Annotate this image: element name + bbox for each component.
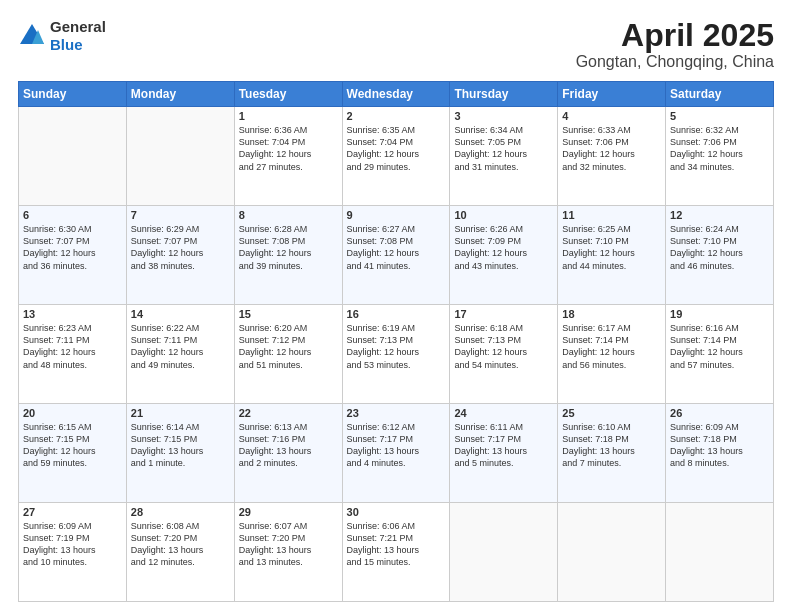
calendar-cell (450, 503, 558, 602)
calendar-cell: 16Sunrise: 6:19 AM Sunset: 7:13 PM Dayli… (342, 305, 450, 404)
day-content: Sunrise: 6:26 AM Sunset: 7:09 PM Dayligh… (454, 223, 553, 272)
day-content: Sunrise: 6:20 AM Sunset: 7:12 PM Dayligh… (239, 322, 338, 371)
calendar-cell: 12Sunrise: 6:24 AM Sunset: 7:10 PM Dayli… (666, 206, 774, 305)
calendar-cell: 18Sunrise: 6:17 AM Sunset: 7:14 PM Dayli… (558, 305, 666, 404)
day-number: 7 (131, 209, 230, 221)
day-number: 23 (347, 407, 446, 419)
calendar-week-row: 6Sunrise: 6:30 AM Sunset: 7:07 PM Daylig… (19, 206, 774, 305)
calendar-header-row: SundayMondayTuesdayWednesdayThursdayFrid… (19, 82, 774, 107)
calendar-cell: 27Sunrise: 6:09 AM Sunset: 7:19 PM Dayli… (19, 503, 127, 602)
calendar-day-header: Tuesday (234, 82, 342, 107)
day-number: 3 (454, 110, 553, 122)
day-content: Sunrise: 6:12 AM Sunset: 7:17 PM Dayligh… (347, 421, 446, 470)
day-number: 15 (239, 308, 338, 320)
calendar-cell: 20Sunrise: 6:15 AM Sunset: 7:15 PM Dayli… (19, 404, 127, 503)
day-number: 30 (347, 506, 446, 518)
day-number: 8 (239, 209, 338, 221)
day-number: 14 (131, 308, 230, 320)
calendar-week-row: 20Sunrise: 6:15 AM Sunset: 7:15 PM Dayli… (19, 404, 774, 503)
calendar-cell: 4Sunrise: 6:33 AM Sunset: 7:06 PM Daylig… (558, 107, 666, 206)
day-number: 6 (23, 209, 122, 221)
day-number: 26 (670, 407, 769, 419)
calendar-cell: 21Sunrise: 6:14 AM Sunset: 7:15 PM Dayli… (126, 404, 234, 503)
day-content: Sunrise: 6:16 AM Sunset: 7:14 PM Dayligh… (670, 322, 769, 371)
calendar-cell: 26Sunrise: 6:09 AM Sunset: 7:18 PM Dayli… (666, 404, 774, 503)
calendar-cell: 9Sunrise: 6:27 AM Sunset: 7:08 PM Daylig… (342, 206, 450, 305)
day-content: Sunrise: 6:14 AM Sunset: 7:15 PM Dayligh… (131, 421, 230, 470)
day-number: 29 (239, 506, 338, 518)
day-number: 28 (131, 506, 230, 518)
logo-blue: Blue (50, 36, 83, 53)
calendar-cell (19, 107, 127, 206)
day-content: Sunrise: 6:15 AM Sunset: 7:15 PM Dayligh… (23, 421, 122, 470)
calendar-cell: 13Sunrise: 6:23 AM Sunset: 7:11 PM Dayli… (19, 305, 127, 404)
day-number: 10 (454, 209, 553, 221)
day-content: Sunrise: 6:17 AM Sunset: 7:14 PM Dayligh… (562, 322, 661, 371)
day-content: Sunrise: 6:10 AM Sunset: 7:18 PM Dayligh… (562, 421, 661, 470)
day-content: Sunrise: 6:32 AM Sunset: 7:06 PM Dayligh… (670, 124, 769, 173)
calendar-cell: 23Sunrise: 6:12 AM Sunset: 7:17 PM Dayli… (342, 404, 450, 503)
day-content: Sunrise: 6:30 AM Sunset: 7:07 PM Dayligh… (23, 223, 122, 272)
day-number: 12 (670, 209, 769, 221)
calendar-cell: 24Sunrise: 6:11 AM Sunset: 7:17 PM Dayli… (450, 404, 558, 503)
day-number: 16 (347, 308, 446, 320)
day-number: 13 (23, 308, 122, 320)
calendar-cell: 30Sunrise: 6:06 AM Sunset: 7:21 PM Dayli… (342, 503, 450, 602)
day-content: Sunrise: 6:13 AM Sunset: 7:16 PM Dayligh… (239, 421, 338, 470)
calendar-day-header: Monday (126, 82, 234, 107)
page-title: April 2025 (576, 18, 774, 53)
calendar-day-header: Thursday (450, 82, 558, 107)
header: General Blue April 2025 Gongtan, Chongqi… (18, 18, 774, 71)
day-content: Sunrise: 6:07 AM Sunset: 7:20 PM Dayligh… (239, 520, 338, 569)
calendar-cell: 29Sunrise: 6:07 AM Sunset: 7:20 PM Dayli… (234, 503, 342, 602)
day-content: Sunrise: 6:24 AM Sunset: 7:10 PM Dayligh… (670, 223, 769, 272)
day-number: 4 (562, 110, 661, 122)
calendar-day-header: Wednesday (342, 82, 450, 107)
calendar-cell: 11Sunrise: 6:25 AM Sunset: 7:10 PM Dayli… (558, 206, 666, 305)
day-content: Sunrise: 6:19 AM Sunset: 7:13 PM Dayligh… (347, 322, 446, 371)
calendar-cell: 6Sunrise: 6:30 AM Sunset: 7:07 PM Daylig… (19, 206, 127, 305)
day-number: 1 (239, 110, 338, 122)
calendar-day-header: Sunday (19, 82, 127, 107)
day-number: 11 (562, 209, 661, 221)
day-number: 27 (23, 506, 122, 518)
day-content: Sunrise: 6:22 AM Sunset: 7:11 PM Dayligh… (131, 322, 230, 371)
calendar-cell: 2Sunrise: 6:35 AM Sunset: 7:04 PM Daylig… (342, 107, 450, 206)
day-number: 24 (454, 407, 553, 419)
day-content: Sunrise: 6:36 AM Sunset: 7:04 PM Dayligh… (239, 124, 338, 173)
day-content: Sunrise: 6:06 AM Sunset: 7:21 PM Dayligh… (347, 520, 446, 569)
calendar-cell: 17Sunrise: 6:18 AM Sunset: 7:13 PM Dayli… (450, 305, 558, 404)
calendar-cell: 5Sunrise: 6:32 AM Sunset: 7:06 PM Daylig… (666, 107, 774, 206)
calendar-cell: 25Sunrise: 6:10 AM Sunset: 7:18 PM Dayli… (558, 404, 666, 503)
day-number: 25 (562, 407, 661, 419)
calendar-cell: 28Sunrise: 6:08 AM Sunset: 7:20 PM Dayli… (126, 503, 234, 602)
logo-text: General Blue (50, 18, 106, 54)
calendar-week-row: 1Sunrise: 6:36 AM Sunset: 7:04 PM Daylig… (19, 107, 774, 206)
calendar-cell: 22Sunrise: 6:13 AM Sunset: 7:16 PM Dayli… (234, 404, 342, 503)
day-content: Sunrise: 6:28 AM Sunset: 7:08 PM Dayligh… (239, 223, 338, 272)
calendar-cell: 7Sunrise: 6:29 AM Sunset: 7:07 PM Daylig… (126, 206, 234, 305)
day-number: 5 (670, 110, 769, 122)
calendar-day-header: Friday (558, 82, 666, 107)
calendar-cell (558, 503, 666, 602)
day-content: Sunrise: 6:11 AM Sunset: 7:17 PM Dayligh… (454, 421, 553, 470)
day-content: Sunrise: 6:18 AM Sunset: 7:13 PM Dayligh… (454, 322, 553, 371)
calendar-week-row: 27Sunrise: 6:09 AM Sunset: 7:19 PM Dayli… (19, 503, 774, 602)
calendar-cell: 8Sunrise: 6:28 AM Sunset: 7:08 PM Daylig… (234, 206, 342, 305)
day-content: Sunrise: 6:08 AM Sunset: 7:20 PM Dayligh… (131, 520, 230, 569)
day-content: Sunrise: 6:23 AM Sunset: 7:11 PM Dayligh… (23, 322, 122, 371)
day-content: Sunrise: 6:29 AM Sunset: 7:07 PM Dayligh… (131, 223, 230, 272)
calendar-cell (126, 107, 234, 206)
day-content: Sunrise: 6:25 AM Sunset: 7:10 PM Dayligh… (562, 223, 661, 272)
calendar-cell: 10Sunrise: 6:26 AM Sunset: 7:09 PM Dayli… (450, 206, 558, 305)
day-number: 9 (347, 209, 446, 221)
day-number: 22 (239, 407, 338, 419)
calendar-cell: 3Sunrise: 6:34 AM Sunset: 7:05 PM Daylig… (450, 107, 558, 206)
calendar-cell: 1Sunrise: 6:36 AM Sunset: 7:04 PM Daylig… (234, 107, 342, 206)
calendar-cell: 14Sunrise: 6:22 AM Sunset: 7:11 PM Dayli… (126, 305, 234, 404)
day-number: 19 (670, 308, 769, 320)
day-number: 2 (347, 110, 446, 122)
day-content: Sunrise: 6:09 AM Sunset: 7:19 PM Dayligh… (23, 520, 122, 569)
page-subtitle: Gongtan, Chongqing, China (576, 53, 774, 71)
day-number: 18 (562, 308, 661, 320)
